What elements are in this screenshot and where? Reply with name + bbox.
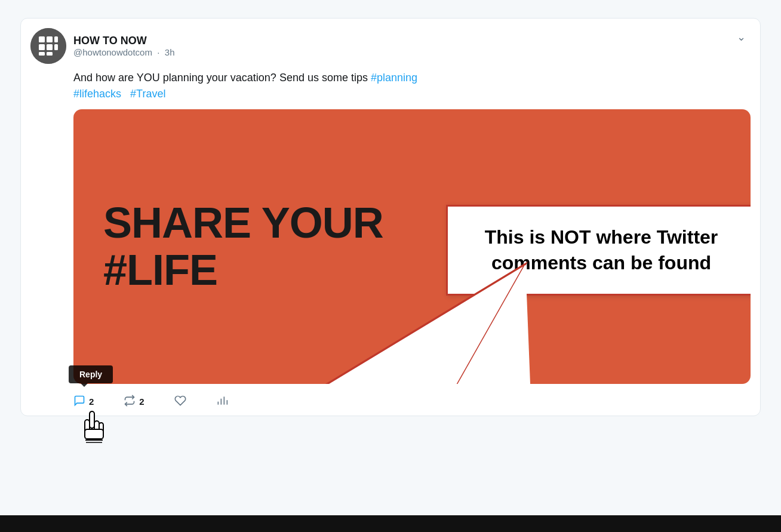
hashtag-lifehacks[interactable]: #lifehacks — [73, 88, 121, 100]
hashtag-travel[interactable]: #Travel — [130, 88, 165, 100]
svg-rect-4 — [47, 44, 53, 50]
reply-icon — [73, 395, 85, 408]
analytics-action[interactable] — [216, 395, 228, 408]
tweet-body: And how are YOU planning your vacation? … — [73, 70, 751, 408]
tweet-image: SHARE YOUR #LIFE This is NOT where Twitt… — [73, 109, 751, 384]
cursor-hand-icon — [79, 409, 104, 450]
bottom-bar — [0, 515, 781, 532]
tweet-card: HOW TO NOW @howtonowdotcom · 3h ⌄ And ho… — [20, 18, 761, 416]
tweet-text: And how are YOU planning your vacation? … — [73, 70, 751, 102]
analytics-icon — [216, 395, 228, 408]
tweet-header: HOW TO NOW @howtonowdotcom · 3h ⌄ — [30, 28, 751, 64]
svg-rect-6 — [47, 52, 53, 56]
hashtag-planning[interactable]: #planning — [371, 72, 417, 84]
image-text-line1: SHARE YOUR — [103, 199, 383, 247]
svg-rect-8 — [54, 44, 58, 50]
like-icon — [174, 395, 186, 408]
retweet-action[interactable]: 2 — [124, 395, 144, 408]
svg-rect-7 — [54, 36, 58, 42]
svg-rect-13 — [90, 411, 94, 428]
avatar — [30, 28, 66, 64]
tweet-handle-time: @howtonowdotcom · 3h — [73, 47, 175, 57]
tweet-handle: @howtonowdotcom — [73, 47, 152, 57]
retweet-icon — [124, 395, 136, 408]
reply-action[interactable]: Reply 2 — [73, 395, 94, 408]
svg-rect-1 — [39, 36, 45, 42]
svg-rect-14 — [85, 420, 90, 433]
svg-rect-15 — [94, 421, 99, 433]
svg-rect-16 — [99, 423, 103, 433]
callout-box: This is NOT where Twitter comments can b… — [446, 205, 751, 296]
svg-rect-2 — [47, 36, 53, 42]
chevron-down-icon[interactable]: ⌄ — [732, 28, 751, 46]
tweet-user-info: HOW TO NOW @howtonowdotcom · 3h — [73, 35, 175, 57]
svg-rect-5 — [39, 52, 45, 56]
retweet-count: 2 — [139, 396, 144, 407]
svg-rect-3 — [39, 44, 45, 50]
reply-count: 2 — [89, 396, 94, 407]
svg-rect-17 — [85, 429, 103, 439]
tweet-time: 3h — [165, 47, 175, 57]
tweet-header-left: HOW TO NOW @howtonowdotcom · 3h — [30, 28, 175, 64]
like-action[interactable] — [174, 395, 186, 408]
tweet-actions: Reply 2 — [73, 392, 751, 408]
tweet-text-plain: And how are YOU planning your vacation? … — [73, 72, 371, 84]
tweet-username: HOW TO NOW — [73, 35, 175, 47]
